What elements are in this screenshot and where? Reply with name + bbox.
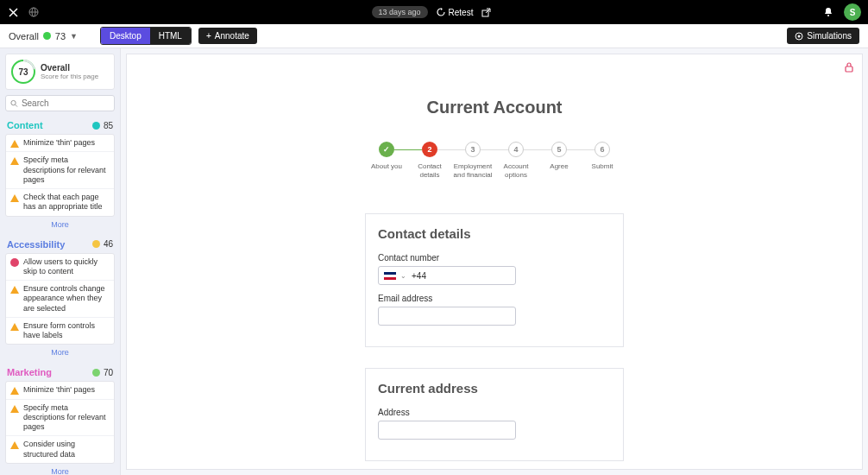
error-icon bbox=[10, 258, 19, 267]
search-icon bbox=[10, 99, 18, 108]
issue-item[interactable]: Minimize 'thin' pages bbox=[6, 135, 114, 152]
form-heading: Current address bbox=[378, 381, 611, 396]
step-label: Account options bbox=[494, 162, 538, 179]
tab-desktop[interactable]: Desktop bbox=[101, 28, 150, 44]
more-link[interactable]: More bbox=[5, 464, 115, 475]
issue-item[interactable]: Specify meta descriptions for relevant p… bbox=[6, 152, 114, 189]
tab-html[interactable]: HTML bbox=[150, 28, 191, 44]
overall-score-card[interactable]: 73 Overall Score for this page bbox=[5, 54, 115, 90]
step-label: Agree bbox=[550, 162, 568, 171]
category-content[interactable]: Content 85 bbox=[5, 117, 115, 134]
flag-icon bbox=[384, 272, 396, 280]
current-address-card: Current address Address bbox=[365, 368, 624, 461]
more-link[interactable]: More bbox=[5, 217, 115, 232]
category-accessibility[interactable]: Accessibility 46 bbox=[5, 236, 115, 253]
field-label: Email address bbox=[378, 294, 611, 303]
step-label: About you bbox=[371, 162, 402, 171]
field-label: Contact number bbox=[378, 253, 611, 263]
score-ring: 73 bbox=[11, 60, 35, 84]
search-box[interactable] bbox=[5, 95, 115, 111]
score-subtitle: Score for this page bbox=[41, 73, 98, 80]
warning-icon bbox=[10, 404, 19, 413]
svg-rect-11 bbox=[846, 66, 852, 72]
lock-icon[interactable] bbox=[843, 61, 855, 73]
view-segment: Desktop HTML bbox=[100, 27, 192, 45]
email-field[interactable] bbox=[378, 307, 516, 326]
svg-point-8 bbox=[798, 35, 801, 37]
step-label: Submit bbox=[592, 162, 613, 171]
chevron-down-icon[interactable]: ⌄ bbox=[400, 272, 406, 280]
avatar[interactable]: S bbox=[844, 3, 861, 21]
days-ago-pill: 13 days ago bbox=[372, 6, 428, 18]
sidebar: 73 Overall Score for this page Content 8… bbox=[0, 48, 121, 475]
warning-icon bbox=[10, 440, 19, 449]
issue-item[interactable]: Ensure form controls have labels bbox=[6, 318, 114, 345]
stepper: ✓About you 2Contact details 3Employment … bbox=[127, 142, 862, 179]
warning-icon bbox=[10, 386, 19, 395]
issue-item[interactable]: Ensure controls change appearance when t… bbox=[6, 281, 114, 318]
globe-icon[interactable] bbox=[28, 6, 40, 18]
issue-item[interactable]: Specify meta descriptions for relevant p… bbox=[6, 400, 114, 437]
score-title: Overall bbox=[41, 63, 98, 73]
popout-icon[interactable] bbox=[481, 8, 491, 17]
form-heading: Contact details bbox=[378, 226, 611, 241]
step-label: Contact details bbox=[408, 162, 451, 179]
search-input[interactable] bbox=[22, 98, 110, 108]
warning-icon bbox=[10, 139, 19, 148]
category-marketing[interactable]: Marketing 70 bbox=[5, 364, 115, 381]
svg-line-10 bbox=[16, 104, 17, 106]
app-topbar: 13 days ago Retest S bbox=[0, 0, 868, 24]
toolbar: Overall 73 ▼ Desktop HTML +Annotate Simu… bbox=[0, 24, 868, 48]
issue-item[interactable]: Check that each page has an appropriate … bbox=[6, 189, 114, 216]
contact-details-card: Contact details Contact number ⌄ +44 Ema… bbox=[365, 213, 624, 347]
warning-icon bbox=[10, 193, 19, 202]
bell-icon[interactable] bbox=[823, 7, 833, 17]
step-label: Employment and financial bbox=[451, 162, 494, 179]
warning-icon bbox=[10, 285, 19, 294]
issue-item[interactable]: Consider using structured data bbox=[6, 436, 114, 463]
issue-item[interactable]: Minimize 'thin' pages bbox=[6, 382, 114, 399]
svg-point-9 bbox=[11, 100, 16, 104]
overall-score-dropdown[interactable]: Overall 73 ▼ bbox=[9, 31, 78, 41]
annotate-button[interactable]: +Annotate bbox=[198, 28, 257, 44]
field-label: Address bbox=[378, 408, 611, 417]
simulations-button[interactable]: Simulations bbox=[787, 28, 859, 44]
preview-pane: Current Account ✓About you 2Contact deta… bbox=[126, 54, 863, 470]
warning-icon bbox=[10, 156, 19, 165]
warning-icon bbox=[10, 322, 19, 331]
page-title: Current Account bbox=[127, 98, 862, 117]
phone-input[interactable]: ⌄ +44 bbox=[378, 266, 516, 285]
svg-point-6 bbox=[827, 15, 829, 16]
issue-item[interactable]: Allow users to quickly skip to content bbox=[6, 254, 114, 282]
address-field[interactable] bbox=[378, 421, 516, 440]
close-icon[interactable] bbox=[7, 6, 19, 18]
retest-button[interactable]: Retest bbox=[437, 8, 474, 17]
more-link[interactable]: More bbox=[5, 345, 115, 360]
